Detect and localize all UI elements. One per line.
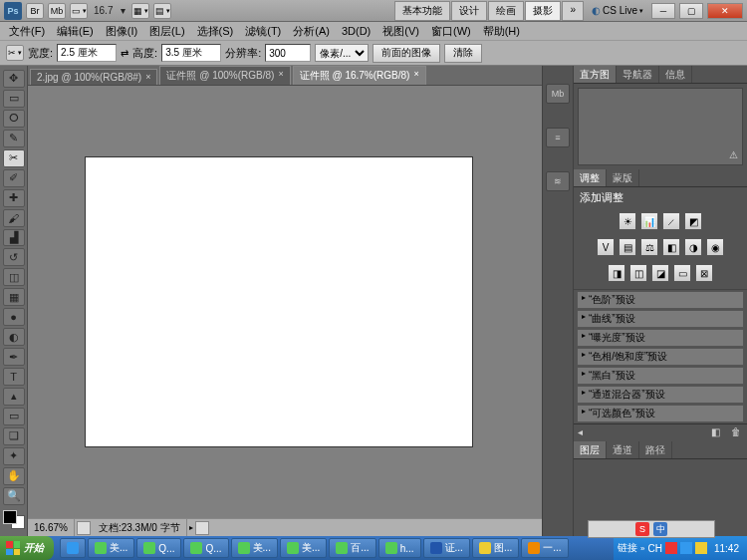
tool-preset-dropdown[interactable]: ✂	[6, 45, 24, 61]
menu-window[interactable]: 窗口(W)	[426, 23, 476, 40]
dodge-tool[interactable]: ◐	[3, 328, 25, 346]
task-item-1[interactable]: Q...	[136, 538, 181, 558]
maximize-button[interactable]: ▢	[679, 3, 703, 19]
preset-levels[interactable]: “色阶”预设	[577, 291, 744, 309]
quick-select-tool[interactable]: ✎	[3, 130, 25, 147]
close-tab-icon[interactable]: ×	[145, 72, 150, 83]
menu-view[interactable]: 视图(V)	[377, 23, 424, 40]
menu-3d[interactable]: 3D(D)	[337, 24, 375, 38]
view-extras-dropdown[interactable]: ▦	[131, 3, 149, 19]
histogram-warning-icon[interactable]: ⚠	[729, 149, 738, 160]
menu-filter[interactable]: 滤镜(T)	[240, 23, 286, 40]
status-zoom[interactable]: 16.67%	[28, 519, 75, 536]
return-to-list-icon[interactable]: ◂	[578, 426, 594, 440]
sogou-ime-icon[interactable]: S	[635, 522, 649, 536]
workspace-photography[interactable]: 摄影	[525, 1, 561, 21]
task-item-7[interactable]: 证...	[423, 538, 470, 558]
clip-to-layer-icon[interactable]: ◧	[711, 426, 727, 440]
tab-navigator[interactable]: 导航器	[617, 66, 659, 83]
menu-image[interactable]: 图像(I)	[101, 23, 142, 40]
color-balance-icon[interactable]: ⚖	[640, 238, 658, 256]
type-tool[interactable]: T	[3, 368, 25, 386]
menu-select[interactable]: 选择(S)	[192, 23, 239, 40]
gradient-map-icon[interactable]: ▭	[673, 264, 691, 282]
brightness-contrast-icon[interactable]: ☀	[619, 212, 636, 230]
close-tab-icon[interactable]: ×	[278, 69, 283, 83]
posterize-icon[interactable]: ◫	[629, 264, 647, 282]
front-image-button[interactable]: 前面的图像	[373, 44, 440, 63]
task-item-3[interactable]: 美...	[231, 538, 278, 558]
history-brush-tool[interactable]: ↺	[3, 248, 25, 266]
menu-layer[interactable]: 图层(L)	[144, 23, 189, 40]
canvas[interactable]	[86, 157, 472, 446]
photo-filter-icon[interactable]: ◑	[684, 238, 702, 256]
zoom-tool[interactable]: 🔍	[3, 487, 25, 505]
tab-layers[interactable]: 图层	[574, 441, 607, 458]
doc-tab-1[interactable]: 证件照 @ 100%(RGB/8)×	[159, 66, 290, 85]
clone-stamp-tool[interactable]: ▟	[3, 229, 25, 247]
crop-height-input[interactable]	[161, 44, 221, 62]
threshold-icon[interactable]: ◪	[651, 264, 669, 282]
vibrance-icon[interactable]: V	[597, 238, 615, 256]
tray-chevron-icon[interactable]: »	[640, 544, 644, 553]
resolution-unit-select[interactable]: 像素/...	[315, 44, 369, 62]
status-docsize[interactable]: 文档:23.3M/0 字节	[93, 519, 187, 536]
minimize-button[interactable]: ─	[651, 3, 675, 19]
menu-edit[interactable]: 编辑(E)	[52, 23, 99, 40]
task-item-0[interactable]: 美...	[88, 538, 134, 558]
crop-resolution-input[interactable]	[265, 44, 311, 62]
tray-volume-icon[interactable]	[695, 542, 707, 554]
tab-masks[interactable]: 蒙版	[607, 169, 639, 186]
menu-help[interactable]: 帮助(H)	[478, 23, 525, 40]
minibridge-icon[interactable]: Mb	[48, 3, 66, 19]
foreground-color-swatch[interactable]	[3, 510, 17, 524]
workspace-painting[interactable]: 绘画	[488, 1, 524, 21]
invert-icon[interactable]: ◨	[608, 264, 625, 282]
menu-analysis[interactable]: 分析(A)	[288, 23, 335, 40]
task-item-6[interactable]: h...	[378, 538, 421, 558]
doc-tab-0[interactable]: 2.jpg @ 100%(RGB/8#)×	[30, 69, 157, 85]
channel-mixer-icon[interactable]: ◉	[706, 238, 724, 256]
menu-file[interactable]: 文件(F)	[4, 23, 50, 40]
close-button[interactable]: ✕	[707, 3, 743, 19]
color-swatches[interactable]	[3, 510, 25, 529]
preset-curves[interactable]: “曲线”预设	[577, 310, 744, 328]
eyedropper-tool[interactable]: ✐	[3, 169, 25, 187]
trash-icon[interactable]: 🗑	[731, 426, 747, 440]
workspace-design[interactable]: 设计	[451, 1, 487, 21]
clock[interactable]: 11:42	[714, 543, 739, 554]
canvas-viewport[interactable]	[28, 86, 542, 518]
preset-exposure[interactable]: “曝光度”预设	[577, 329, 744, 347]
ime-zh-icon[interactable]: 中	[653, 522, 667, 536]
status-caret-icon[interactable]: ▸	[189, 523, 193, 532]
doc-tab-2[interactable]: 证件照 @ 16.7%(RGB/8)×	[293, 66, 426, 85]
move-tool[interactable]: ✥	[3, 70, 25, 88]
close-tab-icon[interactable]: ×	[413, 69, 418, 83]
screen-mode-dropdown[interactable]: ▭	[70, 3, 88, 19]
crop-tool[interactable]: ✂	[3, 149, 25, 167]
tray-lang-label[interactable]: CH	[648, 543, 662, 554]
preset-channel-mixer[interactable]: “通道混合器”预设	[577, 386, 744, 404]
marquee-tool[interactable]: ▭	[3, 90, 25, 108]
status-scroll-left[interactable]	[77, 521, 91, 535]
bridge-icon[interactable]: Br	[26, 3, 44, 19]
ime-language-bar[interactable]: S 中	[588, 520, 715, 538]
clear-button[interactable]: 清除	[444, 44, 482, 63]
crop-width-input[interactable]	[57, 44, 117, 62]
black-white-icon[interactable]: ◧	[662, 238, 680, 256]
tab-histogram[interactable]: 直方图	[574, 66, 617, 83]
adjustments-panel-icon[interactable]: ≋	[546, 171, 570, 191]
tray-links-label[interactable]: 链接	[618, 541, 637, 555]
zoom-level[interactable]: 16.7	[92, 5, 115, 16]
cs-live-button[interactable]: CS Live▾	[592, 5, 643, 16]
task-item-2[interactable]: Q...	[183, 538, 228, 558]
tab-channels[interactable]: 通道	[607, 441, 639, 458]
arrange-dropdown[interactable]: ▤	[153, 3, 171, 19]
healing-brush-tool[interactable]: ✚	[3, 189, 25, 207]
preset-selective-color[interactable]: “可选颜色”预设	[577, 405, 744, 422]
task-item-5[interactable]: 百...	[329, 538, 375, 558]
brush-tool[interactable]: 🖌	[3, 209, 25, 227]
3d-camera-tool[interactable]: ✦	[3, 447, 25, 465]
tab-adjustments[interactable]: 调整	[574, 169, 607, 186]
swap-wh-icon[interactable]: ⇄	[121, 48, 128, 59]
